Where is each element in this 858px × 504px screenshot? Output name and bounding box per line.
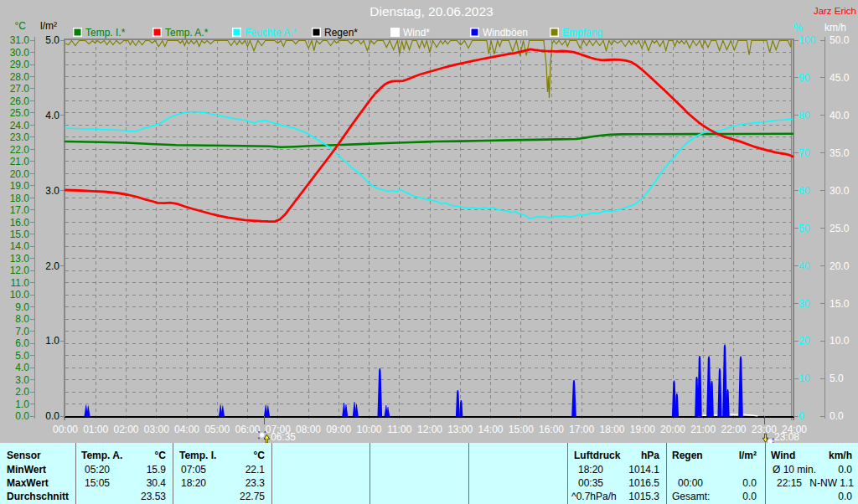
svg-text:N-NW 1.1: N-NW 1.1: [809, 477, 854, 489]
svg-text:Regen*: Regen*: [324, 27, 358, 39]
svg-text:l/m²: l/m²: [40, 20, 57, 32]
svg-text:2.0: 2.0: [15, 386, 29, 398]
svg-text:°C: °C: [254, 450, 266, 461]
svg-text:13.0: 13.0: [10, 253, 30, 265]
svg-text:30.0: 30.0: [10, 47, 30, 59]
svg-text:22:00: 22:00: [721, 424, 746, 435]
svg-text:10.0: 10.0: [830, 335, 850, 347]
svg-text:20.0: 20.0: [830, 260, 850, 272]
svg-text:11.0: 11.0: [11, 277, 30, 289]
svg-text:20:00: 20:00: [660, 424, 685, 435]
svg-text:1016.5: 1016.5: [628, 477, 659, 489]
svg-text:Durchschnitt: Durchschnitt: [7, 491, 69, 502]
svg-text:05:00: 05:00: [204, 424, 230, 435]
svg-text:0.0: 0.0: [838, 464, 852, 476]
svg-text:02:00: 02:00: [113, 424, 138, 435]
svg-text:5.0: 5.0: [15, 350, 29, 362]
svg-text:01:00: 01:00: [83, 424, 108, 435]
svg-text:l/m²: l/m²: [739, 450, 757, 461]
svg-text:7.0: 7.0: [15, 326, 29, 337]
svg-text:0.0: 0.0: [742, 477, 757, 489]
svg-text:0: 0: [799, 410, 804, 422]
svg-text:8.0: 8.0: [15, 313, 29, 325]
svg-text:25.0: 25.0: [830, 223, 850, 234]
svg-text:3.0: 3.0: [15, 374, 29, 386]
svg-text:0.0: 0.0: [830, 410, 844, 422]
svg-text:18:20: 18:20: [578, 464, 603, 476]
svg-text:22.0: 22.0: [10, 144, 30, 156]
svg-text:2.0: 2.0: [45, 260, 59, 272]
svg-text:Wind: Wind: [771, 450, 795, 461]
svg-text:45.0: 45.0: [830, 72, 850, 84]
svg-text:^0.7hPa/h: ^0.7hPa/h: [571, 491, 617, 502]
svg-text:50: 50: [799, 223, 810, 234]
svg-text:10.0: 10.0: [10, 289, 30, 301]
svg-text:06:00: 06:00: [235, 424, 260, 435]
svg-text:22.1: 22.1: [246, 464, 266, 476]
svg-text:hPa: hPa: [641, 450, 659, 461]
svg-text:31.0: 31.0: [10, 34, 30, 46]
svg-text:4.0: 4.0: [45, 110, 59, 121]
svg-text:0.0: 0.0: [45, 410, 59, 422]
svg-text:30.4: 30.4: [147, 477, 167, 489]
svg-text:16.0: 16.0: [10, 217, 30, 229]
svg-text:16:00: 16:00: [539, 424, 564, 435]
svg-text:km/h: km/h: [829, 450, 852, 461]
svg-text:18.0: 18.0: [10, 193, 30, 204]
svg-text:5.0: 5.0: [45, 34, 59, 46]
svg-text:11:00: 11:00: [387, 424, 411, 435]
svg-text:03:00: 03:00: [144, 424, 169, 435]
svg-text:0.0: 0.0: [838, 491, 852, 502]
svg-text:23:08: 23:08: [774, 431, 799, 443]
svg-text:50.0: 50.0: [830, 34, 850, 46]
svg-text:23.0: 23.0: [10, 131, 30, 143]
svg-text:MaxWert: MaxWert: [7, 477, 49, 489]
svg-text:05:20: 05:20: [85, 464, 110, 476]
svg-text:12.0: 12.0: [10, 265, 30, 276]
svg-text:70: 70: [799, 147, 810, 159]
svg-text:Gesamt:: Gesamt:: [672, 491, 710, 502]
svg-text:14.0: 14.0: [10, 240, 30, 252]
svg-text:Sensor: Sensor: [7, 450, 41, 461]
svg-text:15:05: 15:05: [85, 477, 110, 489]
svg-text:27.0: 27.0: [10, 83, 30, 95]
svg-text:Ø 10 min.: Ø 10 min.: [773, 464, 816, 476]
svg-text:09:00: 09:00: [326, 424, 351, 435]
svg-text:12:00: 12:00: [417, 424, 442, 435]
svg-text:1015.3: 1015.3: [628, 491, 659, 502]
svg-text:6.0: 6.0: [15, 337, 29, 349]
svg-text:Regen: Regen: [672, 450, 703, 461]
svg-text:80: 80: [799, 110, 810, 121]
svg-text:3.0: 3.0: [45, 185, 59, 197]
svg-text:5.0: 5.0: [830, 373, 844, 384]
svg-text:00:35: 00:35: [578, 477, 603, 489]
svg-text:13:00: 13:00: [447, 424, 473, 435]
svg-text:25.0: 25.0: [10, 107, 30, 119]
svg-text:10: 10: [799, 373, 810, 384]
svg-text:15.0: 15.0: [10, 229, 30, 240]
svg-text:4.0: 4.0: [15, 362, 29, 373]
svg-text:18:00: 18:00: [599, 424, 624, 435]
svg-text:Temp. A.*: Temp. A.*: [165, 27, 209, 39]
svg-text:Windböen: Windböen: [483, 27, 528, 39]
svg-text:10:00: 10:00: [356, 424, 381, 435]
svg-text:19:00: 19:00: [630, 424, 655, 435]
svg-text:08:00: 08:00: [296, 424, 321, 435]
svg-text:Temp. A.: Temp. A.: [81, 450, 122, 461]
svg-text:Dienstag, 20.06.2023: Dienstag, 20.06.2023: [370, 4, 493, 18]
svg-text:23:00: 23:00: [752, 424, 777, 435]
svg-text:06:35: 06:35: [271, 431, 296, 443]
svg-text:%: %: [793, 22, 803, 33]
svg-text:26.0: 26.0: [10, 95, 30, 107]
svg-text:Wind*: Wind*: [403, 27, 430, 39]
svg-text:23.3: 23.3: [246, 477, 266, 489]
svg-text:28.0: 28.0: [10, 71, 30, 83]
svg-text:15:00: 15:00: [509, 424, 534, 435]
svg-text:24.0: 24.0: [10, 120, 30, 131]
svg-text:40.0: 40.0: [830, 110, 850, 121]
svg-text:1.0: 1.0: [45, 335, 59, 347]
svg-text:Temp. I.: Temp. I.: [179, 450, 216, 461]
svg-text:Temp. I.*: Temp. I.*: [85, 27, 126, 39]
svg-text:9.0: 9.0: [15, 301, 29, 313]
svg-text:Jarz Erich: Jarz Erich: [814, 6, 856, 16]
